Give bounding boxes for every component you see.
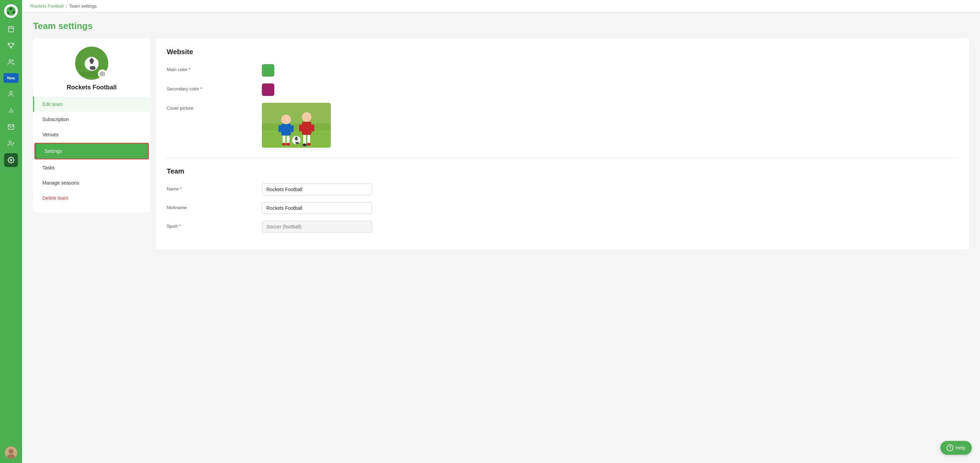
camera-icon[interactable]: [98, 69, 107, 78]
svg-rect-47: [302, 122, 312, 135]
settings-sidebar-icon[interactable]: [4, 153, 18, 167]
nav-item-subscription[interactable]: Subscription: [33, 112, 150, 127]
chart-sidebar-icon[interactable]: [4, 104, 18, 117]
person-sidebar-icon[interactable]: [4, 87, 18, 101]
svg-point-9: [9, 60, 11, 62]
breadcrumb: Rockets Football / Team settings: [22, 0, 980, 13]
name-field-wrapper: [262, 184, 958, 195]
cover-picture-row: Cover picture: [167, 103, 958, 148]
svg-point-10: [10, 91, 13, 94]
svg-point-40: [281, 115, 291, 124]
main-color-swatch[interactable]: [262, 64, 274, 77]
nav-item-settings[interactable]: Settings: [35, 144, 148, 159]
svg-rect-5: [9, 27, 14, 32]
svg-point-46: [307, 143, 311, 145]
team-section-title: Team: [167, 167, 958, 175]
main-color-label: Main color *: [167, 64, 256, 72]
secondary-color-value: [262, 83, 958, 96]
team-header: Rockets Football: [33, 38, 150, 97]
section-divider: [167, 157, 958, 158]
svg-rect-42: [291, 125, 294, 132]
svg-rect-49: [299, 125, 302, 131]
svg-point-14: [9, 141, 11, 144]
svg-point-37: [282, 143, 286, 145]
svg-point-19: [9, 449, 13, 454]
breadcrumb-team-link[interactable]: Rockets Football: [30, 3, 64, 9]
svg-rect-39: [281, 123, 291, 136]
app-logo[interactable]: [4, 4, 18, 18]
svg-rect-43: [303, 134, 306, 145]
left-nav-panel: Rockets Football Edit team Subscription …: [33, 38, 150, 212]
main-color-value: [262, 64, 958, 77]
volunteer-sidebar-icon[interactable]: [4, 137, 18, 150]
help-circle-icon: ?: [947, 444, 953, 451]
cover-picture-value: [262, 103, 958, 148]
breadcrumb-separator: /: [66, 3, 67, 9]
website-section-title: Website: [167, 48, 958, 56]
content-area: Team settings: [22, 13, 980, 463]
nav-item-manage-seasons[interactable]: Manage seasons: [33, 175, 150, 190]
name-row: Name *: [167, 184, 958, 195]
svg-point-30: [102, 73, 103, 75]
nav-item-venues[interactable]: Venues: [33, 127, 150, 142]
nav-item-delete-team[interactable]: Delete team: [33, 190, 150, 206]
user-avatar[interactable]: [5, 447, 17, 459]
team-name-display: Rockets Football: [67, 84, 116, 91]
breadcrumb-current-page: Team settings: [69, 3, 97, 9]
nickname-label: Nickname: [167, 202, 256, 210]
secondary-color-label: Secondary color *: [167, 83, 256, 91]
sport-input[interactable]: [262, 221, 372, 233]
team-avatar-wrapper: [75, 46, 108, 80]
name-label: Name *: [167, 184, 256, 192]
nav-item-edit-team[interactable]: Edit team: [33, 97, 150, 112]
sidebar: New: [0, 0, 22, 463]
help-button[interactable]: ? Help: [940, 441, 972, 455]
svg-point-17: [10, 160, 12, 161]
secondary-color-swatch[interactable]: [262, 83, 274, 96]
svg-point-45: [302, 144, 307, 146]
name-input[interactable]: [262, 184, 372, 195]
svg-point-38: [286, 143, 290, 145]
mail-sidebar-icon[interactable]: [4, 120, 18, 134]
sport-label: Sport *: [167, 221, 256, 229]
page-title: Team settings: [33, 21, 969, 31]
calendar-sidebar-icon[interactable]: [4, 22, 18, 36]
trophy-sidebar-icon[interactable]: [4, 38, 18, 53]
two-column-layout: Rockets Football Edit team Subscription …: [33, 38, 969, 249]
people-sidebar-icon[interactable]: [4, 55, 18, 69]
nickname-input[interactable]: [262, 202, 372, 214]
svg-rect-50: [312, 125, 314, 131]
sport-field-wrapper: [262, 221, 958, 233]
nav-item-tasks[interactable]: Tasks: [33, 160, 150, 175]
svg-point-48: [302, 112, 312, 122]
nickname-field-wrapper: [262, 202, 958, 214]
cover-picture-label: Cover picture: [167, 103, 256, 111]
help-label: Help: [956, 445, 966, 450]
main-content: Rockets Football / Team settings Team se…: [22, 0, 980, 463]
svg-rect-33: [262, 103, 331, 123]
right-form-panel: Website Main color * Secondary color * C…: [156, 38, 969, 249]
nickname-row: Nickname: [167, 202, 958, 214]
cover-picture-image[interactable]: [262, 103, 331, 148]
new-button[interactable]: New: [3, 73, 19, 83]
svg-rect-41: [278, 125, 281, 132]
secondary-color-row: Secondary color *: [167, 83, 958, 96]
sport-row: Sport *: [167, 221, 958, 233]
main-color-row: Main color *: [167, 64, 958, 77]
